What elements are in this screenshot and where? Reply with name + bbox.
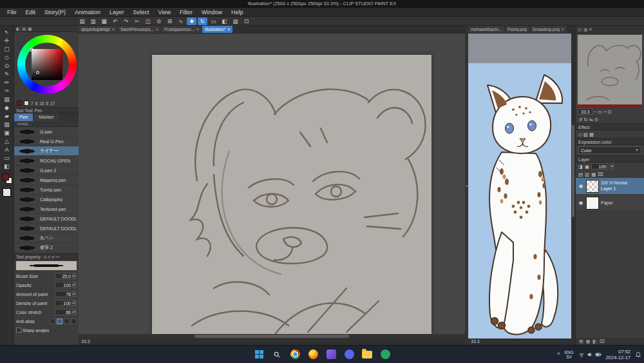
menu-animation[interactable]: Animation [70, 8, 105, 17]
operation-tool-icon[interactable]: ↖ [1, 28, 13, 36]
reference-canvas[interactable] [468, 63, 571, 338]
drawing-canvas[interactable] [152, 55, 431, 334]
layer-thumbnail[interactable] [586, 180, 599, 193]
footer-icon[interactable]: ⌧ [600, 339, 605, 344]
anti-alias-medium-icon[interactable] [64, 319, 70, 324]
amount-of-paint-input[interactable]: 78▴▾ [55, 291, 77, 297]
cut-icon[interactable]: ✂ [132, 17, 142, 25]
pencil-tool-icon[interactable]: ✏ [1, 79, 13, 86]
redo-icon[interactable]: ↷ [121, 17, 131, 25]
menu-file[interactable]: File [3, 8, 21, 17]
color-set-tab-icon[interactable]: ▦ [28, 26, 32, 32]
green-app-button[interactable] [379, 349, 391, 360]
fit-view-icon[interactable]: ⊡ [608, 109, 612, 115]
navigator-thumbnail[interactable] [578, 35, 642, 104]
stepper-icon[interactable]: ▴▾ [610, 162, 614, 170]
brush-item[interactable]: DEFAULT DOODLE SOLID [14, 224, 79, 233]
saturation-value-square[interactable] [32, 49, 62, 80]
brush-item[interactable]: Textured pen [14, 204, 79, 214]
tray-expand-icon[interactable]: ^ [557, 351, 560, 358]
effect-icon[interactable]: ▧ [583, 132, 588, 137]
brush-item[interactable]: G-pen 2 [14, 166, 79, 175]
menu-filter[interactable]: Filter [175, 8, 197, 17]
layer-row-selected[interactable]: ◉ 100 % Normal Layer 1 [576, 178, 644, 195]
correction-icon[interactable]: ∿ [176, 17, 185, 25]
brush-item-selected[interactable]: ライナー [14, 146, 79, 156]
move-layer-tool-icon[interactable]: ✛ [1, 37, 13, 44]
document-tab[interactable]: Frostgazemon... × [162, 26, 202, 33]
menu-view[interactable]: View [154, 8, 175, 17]
layer-row[interactable]: ◉ Paper [576, 195, 644, 211]
merge-layer-icon[interactable]: ▦ [591, 172, 596, 177]
menu-story[interactable]: Story(P) [40, 8, 70, 17]
system-tray-icons[interactable] [578, 351, 601, 358]
tone-icon[interactable]: ▨ [231, 17, 240, 25]
menu-help[interactable]: Help [227, 8, 248, 17]
main-sub-color-swatches[interactable] [2, 173, 12, 184]
color-stretch-input[interactable]: 66▴▾ [55, 309, 77, 315]
language-indicator[interactable]: ENG SV [565, 350, 574, 359]
document-tab[interactable]: Floofy.png [505, 26, 530, 33]
subtool-group-tab[interactable]: nfsdjfg [14, 121, 79, 127]
clip-studio-button[interactable] [325, 349, 337, 360]
figure-tool-icon[interactable]: ▭ [1, 154, 13, 162]
anti-alias-none-icon[interactable] [50, 319, 55, 324]
color-slider-tab-icon[interactable]: ▤ [22, 26, 26, 32]
guides-icon[interactable]: ◧ [220, 17, 229, 25]
document-tab-active[interactable]: Illustration* × [202, 26, 233, 33]
text-tool-icon[interactable]: A [1, 146, 13, 153]
pen-tool-icon[interactable]: ✎ [1, 70, 13, 78]
rotate-left-icon[interactable]: ↺ [578, 117, 582, 123]
firefox-button[interactable] [307, 349, 319, 360]
menu-edit[interactable]: Edit [21, 8, 41, 17]
close-tab-icon[interactable]: × [562, 27, 564, 32]
flip-horizontal-icon[interactable]: ⇋ [589, 117, 593, 123]
file-explorer-button[interactable] [361, 349, 373, 360]
search-button[interactable] [271, 349, 283, 360]
blend-tool-icon[interactable]: ▧ [1, 121, 13, 128]
sharp-angles-checkbox[interactable] [16, 328, 21, 333]
menu-layer[interactable]: Layer [105, 8, 129, 17]
transparent-color-swatch[interactable] [3, 188, 11, 197]
brush-item[interactable]: Calligraphy [14, 195, 79, 204]
undo-icon[interactable]: ↶ [110, 17, 120, 25]
close-tab-icon[interactable]: × [112, 27, 115, 32]
menu-select[interactable]: Select [129, 8, 154, 17]
eraser-tool-icon[interactable]: ▰ [1, 112, 13, 120]
layer-visibility-icon[interactable]: ◉ [578, 183, 584, 189]
color-wheel[interactable] [14, 32, 79, 99]
stepper-icon[interactable]: ▴▾ [71, 273, 76, 279]
expression-color-dropdown[interactable]: Color ▼ [578, 146, 641, 154]
layer-visibility-icon[interactable]: ◉ [578, 200, 584, 206]
color-wheel-tab-icon[interactable]: ◧ [16, 26, 20, 32]
fill-icon[interactable]: ⊞ [165, 17, 175, 25]
open-file-icon[interactable]: ▥ [88, 17, 98, 25]
airbrush-tool-icon[interactable]: ▨ [1, 95, 13, 103]
brush-item[interactable]: G-pen [14, 127, 79, 137]
layer-opacity-input[interactable]: 100 [591, 163, 608, 170]
reset-view-icon[interactable]: ⊙ [594, 117, 598, 123]
brush-item[interactable]: 丸ペン [14, 233, 79, 243]
new-folder-icon[interactable]: ▥ [585, 172, 589, 177]
subtool-tab-pen[interactable]: Pen [14, 113, 33, 121]
brush-size-input[interactable]: 25.0▴▾ [55, 273, 77, 279]
rotate-right-icon[interactable]: ↻ [583, 117, 587, 123]
browser-button[interactable] [289, 349, 301, 360]
discord-button[interactable] [343, 349, 355, 360]
document-tab[interactable]: gkgyfvbgjdkfgjd × [79, 26, 118, 33]
layer-lock-icon[interactable]: ▣ [585, 164, 589, 170]
brush-tool-icon[interactable]: ✑ [1, 87, 13, 95]
delete-layer-icon[interactable]: ⌧ [598, 172, 603, 177]
blend-mode-icon[interactable]: ◨ [578, 164, 583, 170]
zoom-out-icon[interactable]: − [594, 109, 596, 115]
stepper-icon[interactable]: ▴▾ [71, 309, 76, 315]
gradient-tool-icon[interactable]: △ [1, 137, 13, 145]
brush-item[interactable]: 硬筆 2 [14, 243, 79, 253]
close-tab-icon[interactable]: × [227, 27, 230, 32]
snap-ruler-icon[interactable]: ✚ [187, 17, 196, 25]
new-file-icon[interactable]: ▤ [77, 17, 87, 25]
selection-tool-icon[interactable]: ▢ [1, 45, 13, 53]
opacity-input[interactable]: 100▴▾ [55, 282, 77, 288]
material-icon[interactable]: ⊡ [242, 17, 251, 25]
navigator-zoom-value[interactable]: 33.3 [578, 108, 592, 115]
